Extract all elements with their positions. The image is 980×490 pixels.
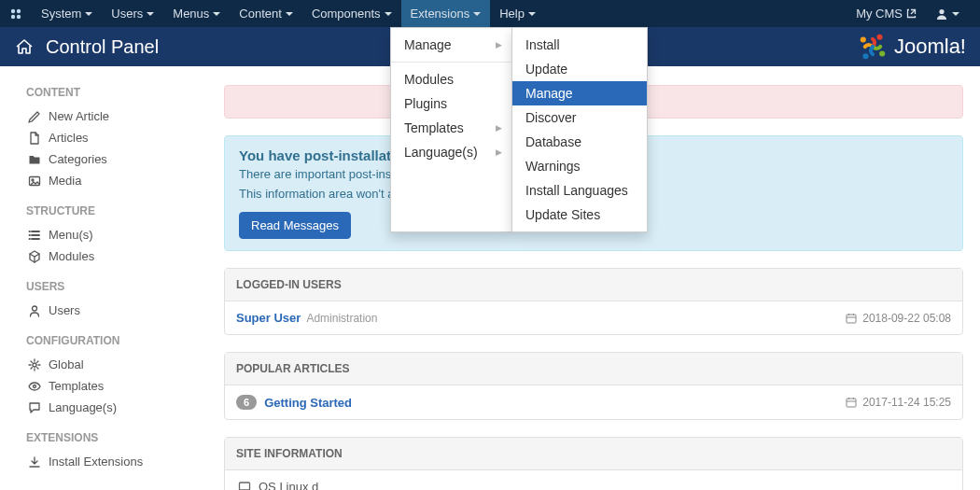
sidebar-group-users: USERS bbox=[26, 280, 224, 293]
dd-item-install[interactable]: Install bbox=[512, 33, 647, 57]
dd-item-warnings[interactable]: Warnings bbox=[512, 154, 647, 178]
download-icon bbox=[26, 455, 43, 469]
external-link-icon bbox=[906, 8, 917, 19]
file-icon bbox=[26, 132, 43, 145]
dd-item-templates[interactable]: Templates▶ bbox=[391, 116, 511, 140]
site-info-panel: SITE INFORMATION OS Linux dPHP 7.1.20-1+… bbox=[224, 437, 963, 490]
folder-icon bbox=[26, 153, 43, 166]
menu-menus[interactable]: Menus bbox=[163, 0, 230, 27]
user-menu[interactable] bbox=[926, 0, 969, 27]
page-title: Control Panel bbox=[46, 36, 159, 58]
read-messages-button[interactable]: Read Messages bbox=[239, 212, 351, 239]
image-icon bbox=[26, 175, 43, 188]
sidebar-item-media[interactable]: Media bbox=[26, 170, 224, 191]
sidebar-item-modules[interactable]: Modules bbox=[26, 245, 224, 267]
chevron-right-icon: ▶ bbox=[496, 123, 502, 133]
eye-icon bbox=[26, 380, 43, 393]
sidebar-group-content: CONTENT bbox=[26, 86, 224, 99]
menu-users[interactable]: Users bbox=[102, 0, 163, 27]
dd-item-modules[interactable]: Modules bbox=[391, 67, 511, 91]
calendar-icon bbox=[846, 313, 857, 324]
hit-count-badge: 6 bbox=[236, 395, 257, 410]
svg-point-4 bbox=[939, 8, 944, 13]
svg-rect-14 bbox=[847, 315, 856, 323]
user-role: Administration bbox=[306, 312, 377, 325]
dropdown-col2: InstallUpdateManageDiscoverDatabaseWarni… bbox=[511, 27, 648, 232]
sidebar-item-new-article[interactable]: New Article bbox=[26, 105, 224, 127]
menu-help[interactable]: Help bbox=[490, 0, 545, 27]
gear-icon bbox=[26, 358, 43, 371]
dd-item-database[interactable]: Database bbox=[512, 130, 647, 154]
user-row: Super User Administration 2018-09-22 05:… bbox=[225, 301, 962, 334]
sidebar-item-language-s-[interactable]: Language(s) bbox=[26, 397, 224, 418]
joomla-brand: Joomla! bbox=[857, 31, 966, 63]
svg-point-0 bbox=[11, 8, 15, 12]
chat-icon bbox=[26, 401, 43, 414]
sidebar-item-categories[interactable]: Categories bbox=[26, 148, 224, 170]
panel-title: LOGGED-IN USERS bbox=[225, 269, 962, 301]
svg-point-10 bbox=[32, 179, 34, 181]
user-link[interactable]: Super User bbox=[236, 311, 301, 325]
extensions-dropdown: Manage▶ModulesPluginsTemplates▶Language(… bbox=[390, 27, 648, 232]
menu-extensions[interactable]: Extensions bbox=[401, 0, 491, 27]
dd-item-discover[interactable]: Discover bbox=[512, 105, 647, 130]
dd-item-install-languages[interactable]: Install Languages bbox=[512, 178, 647, 203]
svg-point-7 bbox=[879, 50, 885, 56]
dd-item-plugins[interactable]: Plugins bbox=[391, 91, 511, 116]
sidebar-item-install-extensions[interactable]: Install Extensions bbox=[26, 451, 224, 472]
sidebar-item-templates[interactable]: Templates bbox=[26, 375, 224, 397]
user-icon bbox=[26, 304, 43, 317]
menu-system[interactable]: System bbox=[32, 0, 102, 27]
svg-point-2 bbox=[11, 14, 15, 18]
dd-item-manage[interactable]: Manage▶ bbox=[391, 33, 511, 57]
top-menubar: SystemUsersMenusContentComponentsExtensi… bbox=[0, 0, 980, 27]
home-icon bbox=[14, 36, 35, 57]
sidebar-group-structure: STRUCTURE bbox=[26, 204, 224, 217]
popular-articles-panel: POPULAR ARTICLES 6 Getting Started 2017-… bbox=[224, 352, 963, 420]
dropdown-col1: Manage▶ModulesPluginsTemplates▶Language(… bbox=[390, 27, 511, 232]
joomla-logo-icon bbox=[857, 31, 889, 63]
svg-rect-16 bbox=[240, 483, 250, 490]
article-row: 6 Getting Started 2017-11-24 15:25 bbox=[225, 385, 962, 419]
calendar-icon bbox=[846, 397, 857, 408]
chevron-right-icon: ▶ bbox=[496, 40, 502, 49]
list-icon bbox=[26, 229, 43, 242]
sidebar-item-global[interactable]: Global bbox=[26, 354, 224, 375]
svg-point-8 bbox=[862, 53, 868, 59]
article-date: 2017-11-24 15:25 bbox=[846, 396, 951, 409]
site-info-row: OS Linux d bbox=[225, 470, 962, 490]
dd-item-update[interactable]: Update bbox=[512, 57, 647, 81]
sidebar-group-configuration: CONFIGURATION bbox=[26, 334, 224, 347]
chevron-right-icon: ▶ bbox=[496, 147, 502, 157]
topbar-right: My CMS bbox=[847, 0, 980, 27]
menu-components[interactable]: Components bbox=[302, 0, 401, 27]
dd-item-language-s-[interactable]: Language(s)▶ bbox=[391, 140, 511, 164]
screen-icon bbox=[236, 481, 253, 491]
user-login-date: 2018-09-22 05:08 bbox=[846, 312, 951, 325]
svg-rect-15 bbox=[847, 399, 856, 407]
svg-point-12 bbox=[33, 363, 36, 367]
sidebar-item-users[interactable]: Users bbox=[26, 300, 224, 321]
logged-in-users-panel: LOGGED-IN USERS Super User Administratio… bbox=[224, 268, 963, 335]
dd-item-update-sites[interactable]: Update Sites bbox=[512, 203, 647, 227]
joomla-icon[interactable] bbox=[0, 7, 32, 21]
dd-item-manage[interactable]: Manage bbox=[512, 81, 647, 105]
svg-point-6 bbox=[876, 35, 882, 40]
svg-point-5 bbox=[861, 36, 866, 42]
panel-title: SITE INFORMATION bbox=[225, 438, 962, 470]
sidebar-group-extensions: EXTENSIONS bbox=[26, 431, 224, 444]
sidebar-item-menu-s-[interactable]: Menu(s) bbox=[26, 224, 224, 245]
svg-point-1 bbox=[17, 8, 21, 12]
sidebar: CONTENTNew ArticleArticlesCategoriesMedi… bbox=[0, 66, 224, 490]
cube-icon bbox=[26, 250, 43, 263]
site-link[interactable]: My CMS bbox=[847, 0, 926, 27]
pencil-icon bbox=[26, 110, 43, 123]
panel-title: POPULAR ARTICLES bbox=[225, 353, 962, 385]
svg-point-3 bbox=[17, 14, 21, 18]
svg-point-11 bbox=[33, 306, 37, 311]
svg-point-13 bbox=[34, 385, 36, 387]
article-link[interactable]: Getting Started bbox=[264, 396, 352, 410]
sidebar-item-articles[interactable]: Articles bbox=[26, 127, 224, 148]
menu-content[interactable]: Content bbox=[230, 0, 302, 27]
